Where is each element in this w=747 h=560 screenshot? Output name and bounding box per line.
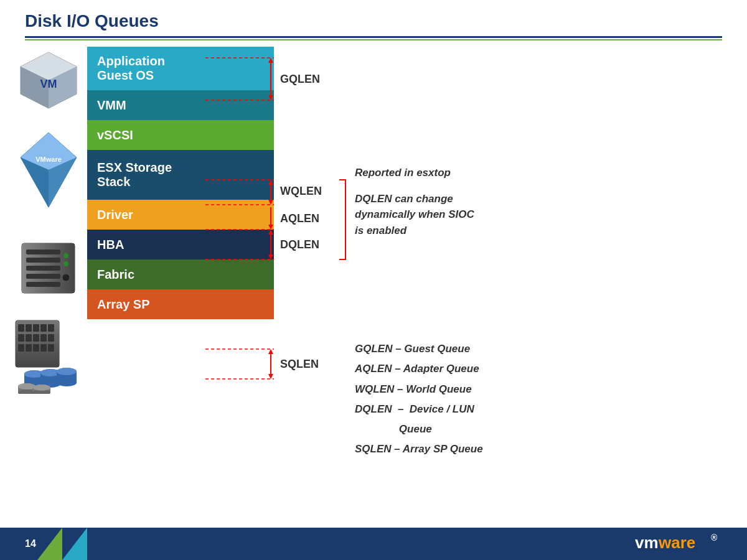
svg-rect-22 xyxy=(18,324,24,332)
svg-rect-35 xyxy=(40,344,47,352)
footer-triangle-teal xyxy=(62,528,87,560)
vm-icon-slot: VM xyxy=(12,47,84,120)
glossary-panel: GQLEN – Guest Queue AQLEN – Adapter Queu… xyxy=(355,339,616,460)
svg-marker-66 xyxy=(268,200,273,205)
vm-cube-icon: VM xyxy=(17,49,80,118)
vmware-rhombus-icon: VMware xyxy=(17,129,80,210)
svg-marker-78 xyxy=(268,374,273,379)
svg-marker-61 xyxy=(268,95,273,100)
storage-array-icon-slot xyxy=(12,316,84,397)
header-line-bottom xyxy=(25,39,722,40)
vmware-logo: vm ware ® xyxy=(635,531,722,557)
aqlen-label: AQLEN xyxy=(280,212,319,225)
svg-point-56 xyxy=(33,385,50,391)
svg-point-17 xyxy=(63,253,68,258)
stack-label-vscsi: vSCSI xyxy=(97,128,133,142)
svg-rect-29 xyxy=(33,334,39,342)
storage-array-icon xyxy=(14,319,83,394)
stack-label-application: ApplicationGuest OS xyxy=(97,54,165,83)
stack-section: VM VMware xyxy=(12,47,735,397)
page-header: Disk I/O Queues xyxy=(0,0,747,47)
svg-rect-33 xyxy=(26,344,32,352)
svg-rect-12 xyxy=(26,250,60,254)
svg-marker-73 xyxy=(268,254,273,259)
right-info-panel: Reported in esxtop DQLEN can changedynam… xyxy=(355,165,604,238)
svg-rect-16 xyxy=(26,282,60,287)
page-title: Disk I/O Queues xyxy=(25,11,722,31)
sqlen-label: SQLEN xyxy=(280,358,319,370)
icons-column: VM VMware xyxy=(12,47,84,397)
stack-label-vmm: VMM xyxy=(97,98,126,113)
page-footer: 14 vm ware ® xyxy=(0,528,747,560)
dqlen-info: DQLEN can changedynamically when SIOCis … xyxy=(355,191,604,239)
svg-text:vm: vm xyxy=(635,533,659,552)
svg-rect-30 xyxy=(40,334,47,342)
svg-rect-28 xyxy=(26,334,32,342)
server-icon-slot xyxy=(12,220,84,316)
svg-point-52 xyxy=(18,383,35,390)
svg-text:VM: VM xyxy=(40,78,57,90)
wqlen-label: WQLEN xyxy=(280,185,322,197)
page-number: 14 xyxy=(25,538,36,549)
glossary-text: GQLEN – Guest Queue AQLEN – Adapter Queu… xyxy=(355,339,616,460)
svg-marker-60 xyxy=(268,58,273,63)
dqlen-label: DQLEN xyxy=(280,238,319,251)
svg-rect-26 xyxy=(48,324,54,332)
svg-point-19 xyxy=(62,274,70,281)
svg-rect-15 xyxy=(26,274,60,279)
stack-label-driver: Driver xyxy=(97,208,133,222)
svg-rect-14 xyxy=(26,266,60,271)
svg-point-18 xyxy=(63,261,68,266)
svg-point-48 xyxy=(57,368,77,375)
header-line-top xyxy=(25,36,722,38)
svg-text:VMware: VMware xyxy=(35,156,62,163)
stack-label-esx: ESX StorageStack xyxy=(97,161,172,189)
svg-marker-77 xyxy=(268,349,273,354)
server-icon xyxy=(19,240,78,296)
svg-rect-32 xyxy=(18,344,24,352)
svg-rect-27 xyxy=(18,334,24,342)
svg-text:®: ® xyxy=(711,533,718,543)
svg-marker-72 xyxy=(268,230,273,235)
svg-marker-69 xyxy=(268,225,273,230)
svg-rect-31 xyxy=(48,334,54,342)
svg-text:ware: ware xyxy=(658,533,695,552)
svg-marker-65 xyxy=(268,180,273,185)
svg-rect-24 xyxy=(33,324,39,332)
svg-rect-23 xyxy=(26,324,32,332)
vmware-logo-svg: vm ware ® xyxy=(635,531,722,553)
reported-in-esxtop: Reported in esxtop xyxy=(355,165,604,181)
stack-label-arraysp: Array SP xyxy=(97,297,150,312)
footer-left: 14 xyxy=(25,538,36,549)
vmware-icon-slot: VMware xyxy=(12,120,84,220)
svg-rect-34 xyxy=(33,344,39,352)
stack-label-fabric: Fabric xyxy=(97,268,134,282)
stack-label-hba: HBA xyxy=(97,238,124,252)
svg-rect-13 xyxy=(26,258,60,263)
svg-point-47 xyxy=(57,379,77,386)
footer-triangle-green xyxy=(37,528,62,560)
svg-rect-25 xyxy=(40,324,47,332)
gqlen-label: GQLEN xyxy=(280,73,320,85)
main-content: VM VMware xyxy=(0,47,747,557)
svg-rect-36 xyxy=(48,344,54,352)
